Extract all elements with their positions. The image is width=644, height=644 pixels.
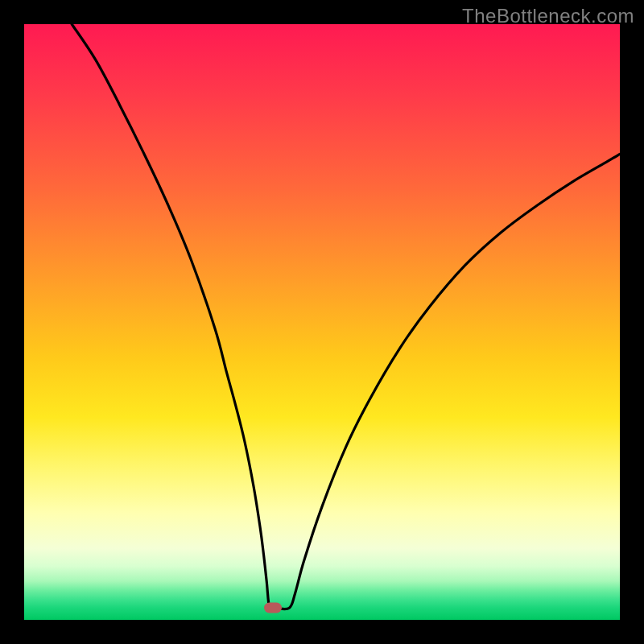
- watermark-text: TheBottleneck.com: [462, 5, 634, 27]
- chart-frame: TheBottleneck.com: [0, 0, 644, 644]
- optimum-marker: [264, 603, 282, 613]
- plot-area: [24, 24, 620, 620]
- curve-svg: [24, 24, 620, 620]
- bottleneck-curve: [72, 24, 620, 610]
